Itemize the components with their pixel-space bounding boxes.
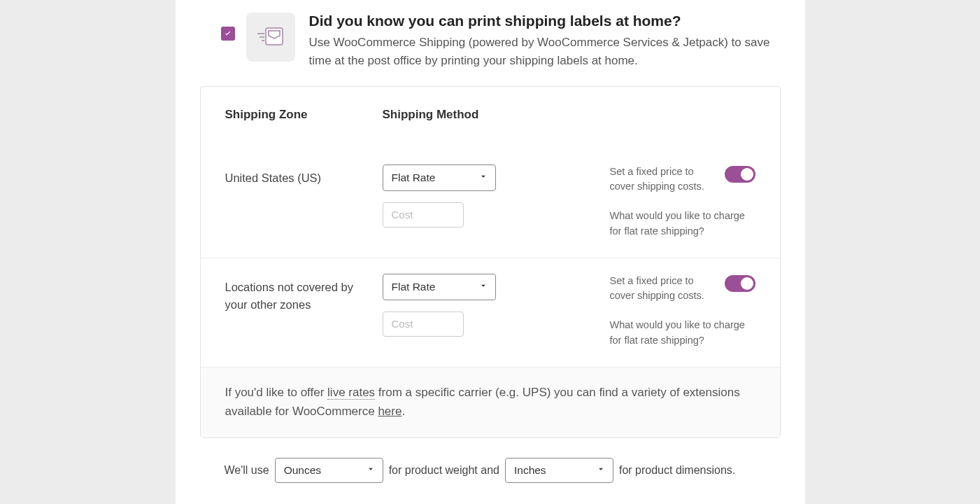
select-value: Flat Rate xyxy=(392,281,436,293)
promo-body: Use WooCommerce Shipping (powered by Woo… xyxy=(309,34,781,71)
chevron-down-icon xyxy=(478,281,488,293)
chevron-down-icon xyxy=(478,172,488,184)
chevron-down-icon xyxy=(596,464,606,477)
promo-title: Did you know you can print shipping labe… xyxy=(309,13,781,29)
select-value: Ounces xyxy=(284,464,321,477)
select-value: Inches xyxy=(514,464,546,477)
zone-enabled-toggle[interactable] xyxy=(725,166,755,183)
chevron-down-icon xyxy=(366,464,376,477)
dimension-unit-select[interactable]: Inches xyxy=(505,458,613,483)
units-label-pre: We'll use xyxy=(225,464,269,477)
col-header-method: Shipping Method xyxy=(383,108,755,122)
live-rates-term: live rates xyxy=(327,386,375,400)
cost-description: What would you like to charge for flat r… xyxy=(610,209,755,239)
method-description: Set a fixed price to cover shipping cost… xyxy=(610,164,713,195)
col-header-zone: Shipping Zone xyxy=(225,108,383,122)
method-description: Set a fixed price to cover shipping cost… xyxy=(610,274,713,304)
cost-description: What would you like to charge for flat r… xyxy=(610,318,755,349)
weight-unit-select[interactable]: Ounces xyxy=(275,458,383,483)
live-rates-text: If you'd like to offer xyxy=(225,386,328,399)
zone-name: United States (US) xyxy=(225,164,383,239)
zone-name: Locations not covered by your other zone… xyxy=(225,274,383,349)
flat-rate-cost-input[interactable] xyxy=(383,312,464,337)
shipping-method-select[interactable]: Flat Rate xyxy=(383,274,496,300)
print-labels-checkbox[interactable] xyxy=(221,27,235,41)
extensions-link[interactable]: here xyxy=(378,405,402,418)
flat-rate-cost-input[interactable] xyxy=(383,202,464,227)
zone-row: Locations not covered by your other zone… xyxy=(201,258,780,367)
zone-row: United States (US) Flat Rate Set a fixed… xyxy=(201,129,780,258)
select-value: Flat Rate xyxy=(392,172,436,184)
units-label-post: for product dimensions. xyxy=(619,464,735,477)
units-label-mid: for product weight and xyxy=(389,464,499,477)
live-rates-note: If you'd like to offer live rates from a… xyxy=(201,367,780,438)
shipping-label-icon xyxy=(246,13,295,62)
shipping-method-select[interactable]: Flat Rate xyxy=(383,164,496,191)
shipping-zones-card: Shipping Zone Shipping Method United Sta… xyxy=(200,86,781,438)
live-rates-text: . xyxy=(402,405,405,418)
zone-enabled-toggle[interactable] xyxy=(725,275,755,292)
